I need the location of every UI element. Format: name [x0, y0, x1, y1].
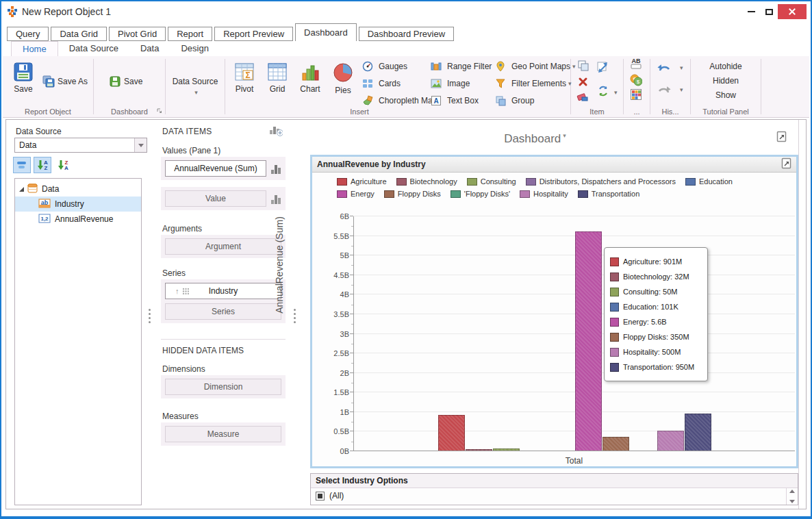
doc-tab-query[interactable]: Query	[7, 27, 49, 41]
filter-item[interactable]: Select Industry Options (All)	[310, 473, 798, 505]
item-refresh-icon[interactable]	[597, 85, 609, 97]
filter-scrollbar[interactable]	[786, 488, 798, 505]
legend-swatch-icon	[467, 178, 477, 186]
insert-group-button[interactable]: Group	[495, 93, 576, 108]
chart-item[interactable]: AnnualRevenue by Industry AgricultureBio…	[310, 155, 798, 468]
sort-descending-button[interactable]: ZA	[54, 157, 72, 173]
ribbon-tab-design[interactable]: Design	[170, 41, 219, 56]
tree-node-annualrevenue-label: AnnualRevenue	[55, 214, 113, 224]
tutorial-hidden-button[interactable]: Hidden	[691, 74, 761, 88]
splitter-explorer[interactable]	[148, 309, 151, 323]
insert-grid-button[interactable]: Grid	[261, 58, 294, 104]
chart-bar[interactable]	[493, 448, 520, 451]
doc-tab-pivot-grid[interactable]: Pivot Grid	[109, 27, 166, 41]
insert-text-box-button[interactable]: AText Box	[431, 93, 492, 108]
scroll-down-icon[interactable]	[789, 500, 795, 503]
dashboard-title[interactable]: Dashboard▾	[299, 132, 771, 146]
svg-text:Z: Z	[44, 165, 47, 170]
y-minor-tick-mark	[351, 285, 353, 286]
tree-expander-icon[interactable]	[19, 187, 24, 192]
insert-pivot-button[interactable]: Σ Pivot	[228, 58, 261, 104]
item-convert-icon[interactable]	[597, 62, 609, 74]
insert-chart-button[interactable]: Chart	[294, 58, 327, 104]
insert-cards-button[interactable]: Cards	[362, 76, 437, 91]
ribbon-tab-home[interactable]: Home	[11, 41, 58, 56]
y-minor-tick-mark	[351, 265, 353, 266]
chart-bar[interactable]	[685, 414, 711, 451]
item-delete-icon[interactable]	[578, 77, 588, 87]
insert-gauges-button[interactable]: Gauges	[362, 59, 437, 74]
doc-tab-report[interactable]: Report	[168, 27, 212, 41]
minimize-button[interactable]	[742, 4, 760, 19]
insert-pies-button[interactable]: Pies	[327, 58, 359, 104]
insert-geo-point-maps-button[interactable]: Geo Point Maps▾	[495, 59, 576, 74]
chart-export-icon[interactable]	[781, 157, 792, 172]
doc-tab-dashboard-preview[interactable]: Dashboard Preview	[359, 27, 454, 41]
tree-node-industry[interactable]: ab Industry	[15, 197, 141, 212]
measure-placeholder[interactable]: Measure	[165, 426, 281, 442]
save-as-button[interactable]: Save As	[42, 74, 88, 89]
gridline	[354, 412, 795, 412]
chart-bar[interactable]	[575, 231, 602, 451]
save-report-label: Save	[14, 84, 32, 94]
sort-direction-icon[interactable]: ↑	[175, 287, 179, 295]
series-placeholder[interactable]: Series	[165, 303, 281, 320]
series-item-industry[interactable]: ↑ Industry	[165, 283, 281, 299]
tree-node-annualrevenue[interactable]: 1,2 AnnualRevenue	[15, 212, 141, 227]
add-pane-icon[interactable]	[269, 124, 283, 139]
data-source-select[interactable]: Data	[14, 138, 147, 153]
item-clear-icon[interactable]	[576, 92, 589, 101]
item-duplicate-icon[interactable]	[578, 60, 589, 71]
ribbon-tab-data-source[interactable]: Data Source	[58, 41, 129, 56]
undo-icon[interactable]	[657, 63, 671, 73]
value-item-annualrevenue[interactable]: AnnualRevenue (Sum)	[165, 160, 266, 177]
checkbox-all-icon[interactable]	[316, 492, 325, 501]
tutorial-show-button[interactable]: Show	[691, 88, 761, 103]
redo-icon[interactable]	[657, 85, 671, 94]
save-report-button[interactable]: Save	[7, 58, 40, 104]
splitter-data-items[interactable]	[293, 309, 296, 323]
value-placeholder[interactable]: Value	[165, 190, 266, 207]
chart-item-header[interactable]: AnnualRevenue by Industry	[312, 157, 796, 173]
chart-bar[interactable]	[657, 431, 684, 451]
insert-filter-elements-button[interactable]: Filter Elements▾	[495, 76, 576, 91]
tutorial-autohide-button[interactable]: Autohide	[691, 60, 761, 74]
ribbon: Save Save As Report Object Save Dashboar…	[3, 56, 809, 118]
insert-image-button[interactable]: Image	[431, 76, 492, 91]
undo-caret-icon[interactable]: ▾	[680, 64, 683, 71]
item-caption-icon[interactable]: AB	[631, 59, 642, 69]
doc-tab-data-grid[interactable]: Data Grid	[51, 27, 107, 41]
close-button[interactable]	[778, 4, 807, 19]
filter-row-partial[interactable]	[311, 503, 798, 505]
argument-placeholder[interactable]: Argument	[165, 238, 281, 255]
data-source-button[interactable]: Data Source ▾	[166, 77, 225, 96]
flat-view-button[interactable]	[13, 157, 31, 173]
dimension-strip: Dimension	[161, 375, 286, 398]
filter-row-all[interactable]: (All)	[311, 488, 798, 503]
sort-ascending-button[interactable]: AZ	[34, 157, 51, 173]
ribbon-tab-data[interactable]: Data	[129, 41, 170, 56]
data-source-select-arrow-icon[interactable]	[134, 138, 147, 152]
insert-choropleth-map-button[interactable]: Choropleth Map	[362, 93, 437, 108]
dashboard-dialog-launcher-icon[interactable]	[156, 107, 163, 114]
item-refresh-caret-icon[interactable]: ▾	[614, 89, 618, 96]
insert-range-filter-button[interactable]: Range Filter	[431, 59, 492, 74]
svg-text:$: $	[637, 79, 640, 85]
chart-bar[interactable]	[438, 415, 465, 451]
maximize-button[interactable]	[760, 4, 778, 19]
chart-bar[interactable]	[466, 449, 492, 451]
color-scheme-icon[interactable]	[631, 89, 642, 100]
save-dashboard-button[interactable]: Save	[109, 74, 142, 89]
y-minor-tick-mark	[351, 363, 353, 364]
currency-format-icon[interactable]: €$	[630, 74, 642, 86]
doc-tab-report-preview[interactable]: Report Preview	[214, 27, 293, 41]
scroll-up-icon[interactable]	[789, 490, 795, 493]
dimension-placeholder[interactable]: Dimension	[165, 379, 281, 395]
doc-tab-dashboard[interactable]: Dashboard	[295, 23, 357, 41]
tooltip-row: Agriculture: 901M	[610, 254, 702, 269]
tree-node-data[interactable]: Data	[15, 181, 141, 197]
dashboard-export-icon[interactable]	[776, 131, 787, 145]
chart-bar[interactable]	[602, 437, 629, 451]
ribbon-group-insert: Σ Pivot Grid Chart Pies GaugesCardsChoro…	[225, 56, 494, 117]
redo-caret-icon[interactable]: ▾	[680, 86, 683, 93]
